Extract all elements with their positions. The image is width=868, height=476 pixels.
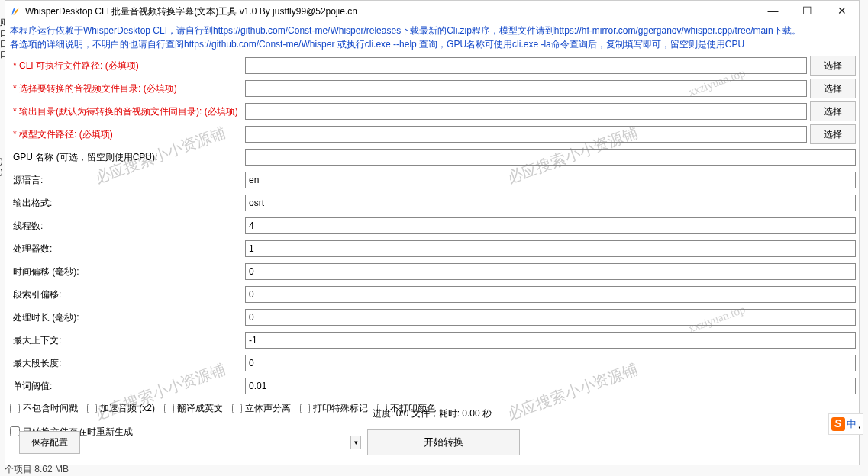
form-row: * 选择要转换的音视频文件目录: (必填项)选择	[8, 77, 856, 100]
info-line-1: 本程序运行依赖于WhisperDesktop CLI，请自行到https://g…	[10, 24, 854, 37]
field-input[interactable]	[245, 195, 856, 211]
form-content: * CLI 可执行文件路径: (必填项)选择* 选择要转换的音视频文件目录: (…	[5, 54, 859, 397]
form-row: 单词阈值:	[8, 375, 856, 397]
form-row: 输出格式:	[8, 191, 856, 214]
form-row: 段索引偏移:	[8, 283, 856, 306]
info-line-2: 各选项的详细说明，不明白的也请自行查阅https://github.com/Co…	[10, 37, 854, 51]
form-row: * 输出目录(默认为待转换的音视频文件同目录): (必填项)选择	[8, 100, 856, 123]
field-label: 处理时长 (毫秒):	[8, 311, 245, 324]
field-label: GPU 名称 (可选，留空则使用CPU):	[8, 151, 245, 164]
form-row: 最大段长度:	[8, 352, 856, 375]
window-controls: — ☐ ✕	[756, 1, 859, 22]
progress-text: 进度: 0/0 文件，耗时: 0.00 秒	[13, 407, 851, 420]
field-label: 线程数:	[8, 220, 245, 233]
form-row: * CLI 可执行文件路径: (必填项)选择	[8, 54, 856, 77]
window-title: WhisperDesktop CLI 批量音视频转换字幕(文本)工具 v1.0 …	[25, 1, 756, 22]
browse-button[interactable]: 选择	[810, 56, 856, 76]
field-input[interactable]	[245, 172, 856, 188]
ime-indicator[interactable]: S 中 ,	[828, 413, 863, 435]
field-input[interactable]	[245, 57, 807, 74]
ime-comma: ,	[858, 419, 861, 430]
field-label: 最大上下文:	[8, 334, 245, 347]
field-label: 单词阈值:	[8, 380, 245, 393]
field-input[interactable]	[245, 332, 856, 349]
field-input[interactable]	[245, 149, 856, 166]
field-label: * 选择要转换的音视频文件目录: (必填项)	[8, 82, 245, 95]
info-panel: 本程序运行依赖于WhisperDesktop CLI，请自行到https://g…	[5, 22, 859, 54]
app-icon	[10, 6, 21, 17]
field-input[interactable]	[245, 309, 856, 326]
close-button[interactable]: ✕	[824, 1, 859, 22]
form-row: 时间偏移 (毫秒):	[8, 260, 856, 283]
form-row: * 模型文件路径: (必填项)选择	[8, 123, 856, 146]
form-row: 处理时长 (毫秒):	[8, 306, 856, 329]
status-bar: 个项目 8.62 MB	[5, 462, 69, 476]
form-row: 线程数:	[8, 214, 856, 237]
footer-buttons: 保存配置 ▾ 开始转换	[13, 429, 851, 455]
footer: 进度: 0/0 文件，耗时: 0.00 秒 保存配置 ▾ 开始转换	[13, 407, 851, 455]
maximize-button[interactable]: ☐	[790, 1, 824, 22]
browse-button[interactable]: 选择	[810, 101, 856, 121]
form-row: 源语言:	[8, 169, 856, 191]
field-label: 输出格式:	[8, 197, 245, 210]
field-input[interactable]	[245, 378, 856, 394]
start-convert-button[interactable]: 开始转换	[367, 429, 520, 455]
field-label: 处理器数:	[8, 243, 245, 256]
field-label: 最大段长度:	[8, 357, 245, 370]
save-config-button[interactable]: 保存配置	[19, 431, 80, 454]
dropdown-chevron-icon[interactable]: ▾	[350, 436, 361, 449]
field-input[interactable]	[245, 263, 856, 280]
browse-button[interactable]: 选择	[810, 124, 856, 144]
field-input[interactable]	[245, 286, 856, 303]
field-label: 时间偏移 (毫秒):	[8, 265, 245, 278]
field-input[interactable]	[245, 355, 856, 371]
minimize-button[interactable]: —	[756, 1, 790, 22]
form-row: 处理器数:	[8, 237, 856, 260]
field-input[interactable]	[245, 103, 807, 120]
form-row: 最大上下文:	[8, 329, 856, 352]
field-label: * 输出目录(默认为待转换的音视频文件同目录): (必填项)	[8, 105, 245, 118]
browse-button[interactable]: 选择	[810, 79, 856, 98]
field-input[interactable]	[245, 126, 807, 143]
field-input[interactable]	[245, 80, 807, 97]
field-input[interactable]	[245, 240, 856, 257]
titlebar: WhisperDesktop CLI 批量音视频转换字幕(文本)工具 v1.0 …	[5, 1, 859, 22]
form-row: GPU 名称 (可选，留空则使用CPU):	[8, 146, 856, 169]
field-label: 段索引偏移:	[8, 288, 245, 301]
field-label: * 模型文件路径: (必填项)	[8, 128, 245, 141]
ime-lang: 中	[847, 417, 857, 431]
field-label: * CLI 可执行文件路径: (必填项)	[8, 60, 245, 72]
field-label: 源语言:	[8, 174, 245, 187]
field-input[interactable]	[245, 217, 856, 234]
main-window: WhisperDesktop CLI 批量音视频转换字幕(文本)工具 v1.0 …	[5, 0, 860, 465]
sogou-icon: S	[831, 417, 845, 431]
